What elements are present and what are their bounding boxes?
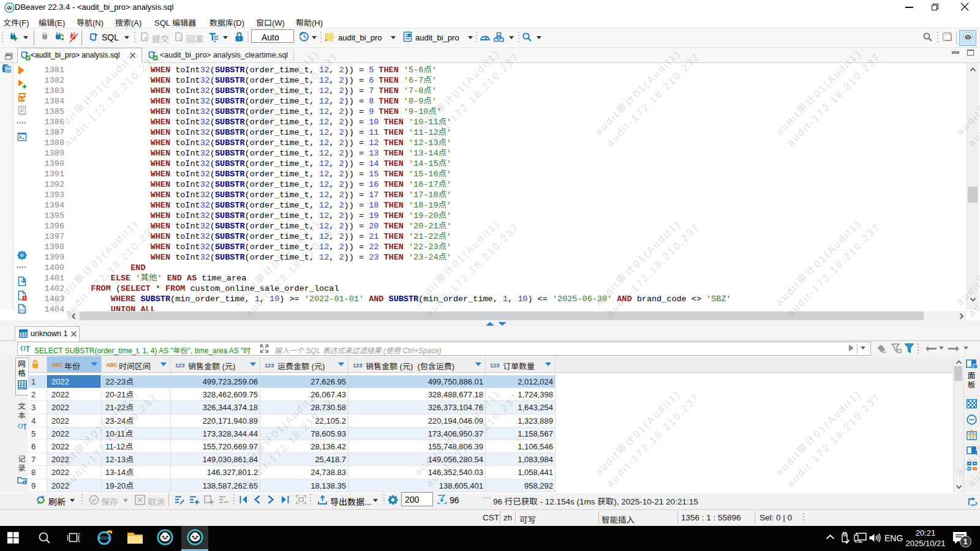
svg-text:(x): (x)	[19, 307, 25, 313]
